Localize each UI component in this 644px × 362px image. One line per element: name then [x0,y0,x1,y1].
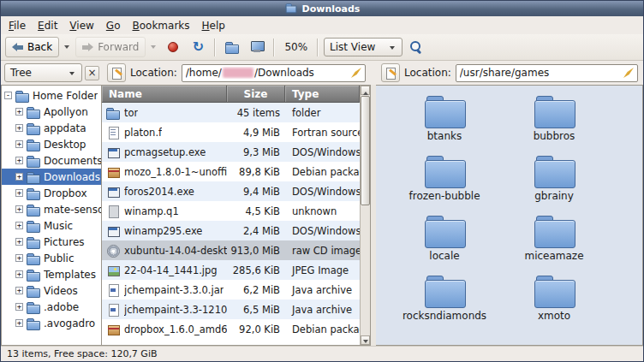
file-row-xubuntu-14-04-deskt[interactable]: xubuntu-14.04-deskt...913,0 MiBraw CD im… [102,240,360,260]
tree-item-downloads[interactable]: +Downloads [2,169,101,185]
tree-item-public[interactable]: +Public [2,250,101,266]
file-type: DOS/Windows e... [285,146,360,158]
main-area: -Home Folder+Apollyon+appdata+Desktop+Do… [1,85,643,346]
tree-item-templates[interactable]: +Templates [2,266,101,282]
tree-expander-icon[interactable]: + [15,270,23,278]
home-button[interactable] [221,37,243,57]
file-row-pcmagsetup-exe[interactable]: pcmagsetup.exe9,3 MiBDOS/Windows e... [102,142,360,162]
menu-file[interactable]: File [3,17,32,34]
location-input-right[interactable]: /usr/share/games [456,64,638,82]
menu-go[interactable]: Go [100,17,127,34]
back-arrow-icon [12,43,23,52]
file-row-winamp-q1[interactable]: winamp.q14,5 KiBunknown [102,201,360,221]
forward-button[interactable]: Forward [75,37,146,57]
tree-item-avogadro[interactable]: +.avogadro [2,315,101,331]
tree-expander-icon[interactable]: + [15,238,23,246]
folder-item-rocksndiamonds[interactable]: rocksndiamonds [390,276,499,335]
stop-button[interactable] [162,37,184,57]
file-row-tor[interactable]: tor45 itemsfolder [102,103,360,122]
chevron-down-icon [69,69,76,77]
file-row-foros2014-exe[interactable]: foros2014.exe9,4 MiBDOS/Windows e... [102,181,360,201]
file-row-jchempaint-3-3-1210[interactable]: jchempaint-3.3-1210...6,5 MiBJava archiv… [102,300,360,319]
tree-item-mate-sensors[interactable]: +mate-sensors- [2,201,101,217]
folder-item-miceamaze[interactable]: miceamaze [499,216,609,276]
tree-expander-icon[interactable]: + [15,254,23,262]
left-location-bar: Location: /home//Downloads [102,61,371,85]
file-row-mozo-1-8-0-1-unoffi[interactable]: mozo_1.8.0-1~unoffi...89,8 KiBDebian pac… [102,162,360,181]
tree-item-label: mate-sensors- [44,204,101,216]
tree-item-appdata[interactable]: +appdata [2,120,101,136]
tree-item-desktop[interactable]: +Desktop [2,136,101,152]
file-list-content: Name Size Type tor45 itemsfolderplaton.f… [102,86,360,345]
location-input-left[interactable]: /home//Downloads [182,64,366,82]
column-header-size[interactable]: Size [227,86,285,103]
file-type: JPEG Image [285,264,360,276]
scrollbar-thumb[interactable] [361,96,370,205]
tree-item-videos[interactable]: +Videos [2,282,101,299]
titlebar[interactable]: Downloads [1,1,643,16]
file-name-cell: pcmagsetup.exe [102,145,227,159]
tree-item-apollyon[interactable]: +Apollyon [2,104,101,120]
tree-expander-icon[interactable]: + [15,319,23,327]
tree-expander-icon[interactable]: + [15,189,23,197]
tree-item-home-folder[interactable]: -Home Folder [2,87,101,104]
tree-item-pictures[interactable]: +Pictures [2,234,101,250]
file-list-scrollbar[interactable] [360,86,370,345]
tree-item-adobe[interactable]: +.adobe [2,299,101,315]
left-path: /home//Downloads [186,67,348,79]
chevron-down-icon [389,44,397,51]
folder-item-frozen-bubble[interactable]: frozen-bubble [390,156,499,216]
file-name: tor [124,107,138,119]
folder-item-locale[interactable]: locale [390,216,499,276]
tree-expander-icon[interactable]: + [15,287,23,294]
file-row-jchempaint-3-3-0-jar[interactable]: jchempaint-3.3.0.jar6,2 MiBJava archive [102,280,360,300]
tree-expander-icon[interactable]: - [4,92,12,99]
folder-item-btanks[interactable]: btanks [390,96,499,156]
column-header-type[interactable]: Type [285,86,360,103]
menu-bookmarks[interactable]: Bookmarks [126,17,195,34]
folder-icon [534,216,574,247]
folder-icon [27,252,40,265]
folder-item-xmoto[interactable]: xmoto [499,276,609,335]
tree-expander-icon[interactable]: + [15,140,23,148]
refresh-button[interactable] [187,37,209,57]
folder-item-bubbros[interactable]: bubbros [499,96,609,156]
connections-button[interactable] [246,37,268,57]
tree-expander-icon[interactable]: + [15,124,23,132]
sidebar-mode-select[interactable]: Tree [4,63,82,82]
tree-expander-icon[interactable]: + [15,157,23,164]
scroll-up-button[interactable] [361,86,370,95]
back-history-dropdown[interactable] [62,37,73,57]
file-row-platon-f[interactable]: platon.f4,9 MiBFortran source co [102,122,360,142]
file-name: winamp.q1 [124,205,179,217]
tree-item-music[interactable]: +Music [2,217,101,234]
tree-expander-icon[interactable]: + [15,173,23,181]
tree-item-label: Dropbox [44,187,87,199]
view-mode-select[interactable]: List View [324,38,402,56]
toolbar-separator [273,39,275,56]
search-button[interactable] [405,37,427,57]
sidebar-close-button[interactable] [85,66,99,80]
menu-edit[interactable]: Edit [32,17,63,34]
edit-location-button-left[interactable] [107,63,126,82]
forward-history-dropdown[interactable] [148,37,159,57]
file-row-22-04-14-1441-jpg[interactable]: 22-04-14_1441.jpg285,6 KiBJPEG Image [102,260,360,280]
back-button[interactable]: Back [5,37,59,57]
scroll-down-button[interactable] [361,335,370,345]
column-header-name[interactable]: Name [102,86,227,103]
tree-expander-icon[interactable]: + [15,205,23,213]
tree-expander-icon[interactable]: + [15,108,23,116]
menu-help[interactable]: Help [196,17,231,34]
file-row-dropbox-1-6-0-amd6[interactable]: dropbox_1.6.0_amd6...92,0 KiBDebian pack… [102,319,360,339]
file-row-winamp295-exe[interactable]: winamp295.exe2,4 MiBDOS/Windows ex... [102,221,360,240]
exe-icon [106,224,120,238]
edit-location-button-right[interactable] [381,63,400,82]
tree-item-documents[interactable]: +Documents [2,152,101,169]
folder-item-gbrainy[interactable]: gbrainy [499,156,609,216]
tree-item-dropbox[interactable]: +Dropbox [2,185,101,201]
forward-arrow-icon [82,43,93,52]
tree-expander-icon[interactable]: + [15,303,23,311]
menu-view[interactable]: View [63,17,99,34]
location-label: Location: [404,67,451,79]
tree-expander-icon[interactable]: + [15,222,23,229]
